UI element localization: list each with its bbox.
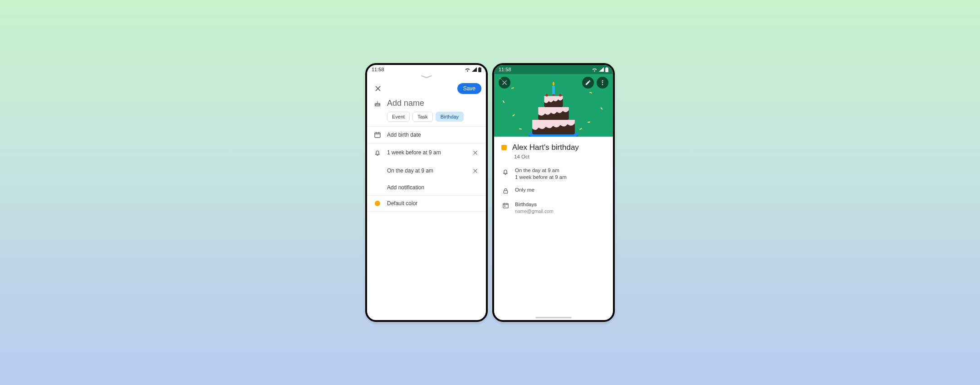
bell-icon bbox=[501, 168, 510, 175]
more-vert-icon bbox=[599, 79, 606, 86]
svg-rect-16 bbox=[504, 191, 508, 193]
svg-rect-18 bbox=[504, 206, 505, 207]
divider bbox=[367, 211, 486, 212]
more-options-button[interactable] bbox=[597, 77, 608, 89]
add-birth-date-label: Add birth date bbox=[387, 132, 480, 138]
reminder-line-2: 1 week before at 9 am bbox=[515, 174, 567, 180]
event-header-illustration: 11:58 bbox=[494, 65, 613, 137]
visibility-row: Only me bbox=[494, 183, 613, 198]
close-icon bbox=[501, 79, 508, 86]
svg-rect-2 bbox=[375, 133, 380, 138]
notification-2-label[interactable]: On the day at 9 am bbox=[387, 168, 465, 174]
phone-edit-screen: 11:58 Save Add name Event Task B bbox=[365, 63, 488, 322]
calendar-name: Birthdays bbox=[515, 202, 554, 207]
close-icon bbox=[472, 168, 478, 174]
status-icons bbox=[465, 67, 481, 72]
close-button[interactable] bbox=[499, 77, 510, 89]
svg-point-10 bbox=[559, 94, 562, 97]
event-name-input[interactable]: Add name bbox=[387, 99, 424, 108]
event-title: Alex Hart's birthday bbox=[512, 143, 579, 152]
svg-rect-17 bbox=[503, 203, 508, 208]
pencil-icon bbox=[585, 79, 591, 86]
color-row[interactable]: Default color bbox=[367, 196, 486, 211]
svg-point-15 bbox=[602, 84, 603, 85]
edit-button[interactable] bbox=[582, 77, 594, 89]
status-time: 11:58 bbox=[372, 67, 384, 72]
svg-point-8 bbox=[545, 94, 548, 97]
sheet-grabber[interactable] bbox=[367, 74, 486, 79]
calendar-icon bbox=[501, 202, 510, 209]
home-indicator bbox=[535, 317, 572, 318]
calendar-icon bbox=[373, 131, 382, 138]
event-date: 14 Oct bbox=[494, 153, 613, 164]
save-button[interactable]: Save bbox=[457, 83, 481, 94]
chip-event[interactable]: Event bbox=[387, 112, 410, 122]
calendar-email: name@gmail.com bbox=[515, 208, 554, 214]
chip-task[interactable]: Task bbox=[412, 112, 433, 122]
color-dot-icon bbox=[373, 201, 382, 206]
close-button[interactable] bbox=[372, 82, 384, 95]
add-notification-label: Add notification bbox=[387, 184, 480, 191]
event-color-swatch bbox=[501, 145, 507, 150]
color-label: Default color bbox=[387, 200, 480, 207]
reminders-row: On the day at 9 am 1 week before at 9 am bbox=[494, 164, 613, 183]
notification-1-label[interactable]: 1 week before at 9 am bbox=[387, 149, 465, 156]
bell-icon bbox=[373, 149, 382, 156]
status-bar: 11:58 bbox=[367, 65, 486, 74]
remove-notification-1-button[interactable] bbox=[470, 148, 480, 157]
notification-row-2: On the day at 9 am bbox=[367, 162, 486, 180]
phone-view-screen: 11:58 bbox=[492, 63, 615, 322]
battery-icon bbox=[478, 67, 481, 72]
visibility-label: Only me bbox=[515, 187, 534, 192]
add-birth-date-row[interactable]: Add birth date bbox=[367, 127, 486, 143]
lock-icon bbox=[501, 188, 510, 194]
remove-notification-2-button[interactable] bbox=[470, 166, 480, 175]
calendar-row: Birthdays name@gmail.com bbox=[494, 198, 613, 217]
close-icon bbox=[472, 150, 478, 156]
add-notification-row[interactable]: Add notification bbox=[367, 180, 486, 195]
chip-birthday[interactable]: Birthday bbox=[436, 112, 464, 122]
notification-row-1: 1 week before at 9 am bbox=[367, 143, 486, 162]
close-icon bbox=[374, 85, 382, 92]
wifi-icon bbox=[465, 67, 470, 72]
svg-point-13 bbox=[602, 80, 603, 81]
birthday-type-icon bbox=[373, 100, 382, 107]
reminder-line-1: On the day at 9 am bbox=[515, 168, 567, 173]
signal-icon bbox=[472, 67, 477, 72]
svg-point-14 bbox=[602, 82, 603, 83]
svg-point-1 bbox=[377, 101, 378, 102]
